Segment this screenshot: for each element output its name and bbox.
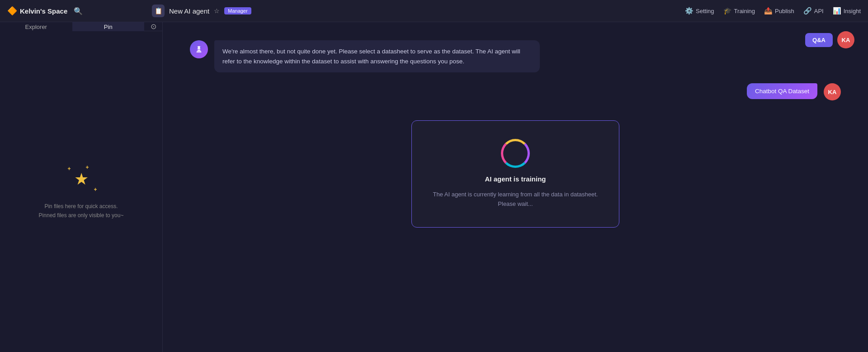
main-layout: Explorer Pin ⊙ + + ★ + Pin files here fo… bbox=[0, 22, 868, 352]
avatar[interactable]: KA bbox=[837, 31, 854, 48]
ai-avatar bbox=[190, 40, 208, 58]
brand: 🔶 Kelvin's Space 🔍 bbox=[7, 5, 152, 17]
publish-nav-item[interactable]: 📤 Publish bbox=[764, 7, 794, 15]
training-label: Training bbox=[734, 8, 755, 14]
training-title: AI agent is training bbox=[485, 175, 546, 183]
insight-nav-item[interactable]: 📊 Insight bbox=[833, 7, 861, 15]
ai-message-1: We're almost there, but not quite done y… bbox=[190, 40, 542, 72]
pin-hint: Pin files here for quick access. Pinned … bbox=[39, 202, 124, 219]
svg-point-1 bbox=[197, 47, 198, 48]
content-area: Q&A KA We're almost there, but not quite… bbox=[163, 22, 868, 352]
insight-icon: 📊 bbox=[833, 7, 841, 15]
training-icon: 🎓 bbox=[723, 7, 732, 15]
search-button[interactable]: 🔍 bbox=[70, 5, 86, 17]
agent-icon: 📋 bbox=[152, 5, 165, 17]
api-label: API bbox=[814, 8, 824, 14]
training-description: The AI agent is currently learning from … bbox=[425, 190, 605, 209]
setting-nav-item[interactable]: ⚙️ Setting bbox=[685, 7, 714, 15]
pin-star: ★ bbox=[74, 170, 89, 189]
sparkle-3: + bbox=[94, 186, 97, 193]
sidebar-tabs-row: Explorer Pin ⊙ bbox=[0, 22, 162, 31]
top-right-buttons: Q&A KA bbox=[805, 31, 854, 48]
user-message-1: Chatbot QA Dataset KA bbox=[747, 83, 841, 100]
training-nav-item[interactable]: 🎓 Training bbox=[723, 7, 755, 15]
api-nav-item[interactable]: 🔗 API bbox=[803, 7, 824, 15]
agent-name: New AI agent bbox=[169, 7, 209, 15]
brand-title: Kelvin's Space bbox=[20, 7, 67, 15]
api-icon: 🔗 bbox=[803, 7, 812, 15]
brand-icon: 🔶 bbox=[7, 6, 17, 16]
ai-bubble-1: We're almost there, but not quite done y… bbox=[214, 40, 540, 72]
sidebar-pin-content: + + ★ + Pin files here for quick access.… bbox=[0, 31, 162, 352]
publish-label: Publish bbox=[775, 8, 794, 14]
tab-pin[interactable]: Pin bbox=[72, 22, 145, 31]
manager-badge: Manager bbox=[224, 7, 251, 14]
top-nav: 🔶 Kelvin's Space 🔍 📋 New AI agent ☆ Mana… bbox=[0, 0, 868, 22]
star-icon[interactable]: ☆ bbox=[214, 7, 220, 14]
publish-icon: 📤 bbox=[764, 7, 773, 15]
training-card: AI agent is training The AI agent is cur… bbox=[411, 120, 619, 228]
pin-hint-line1: Pin files here for quick access. bbox=[44, 203, 118, 209]
setting-label: Setting bbox=[696, 8, 714, 14]
sparkle-1: + bbox=[68, 166, 71, 172]
sidebar: Explorer Pin ⊙ + + ★ + Pin files here fo… bbox=[0, 22, 163, 352]
collapse-sidebar-button[interactable]: ⊙ bbox=[144, 22, 162, 31]
nav-actions: ⚙️ Setting 🎓 Training 📤 Publish 🔗 API 📊 … bbox=[685, 7, 861, 15]
insight-label: Insight bbox=[844, 8, 861, 14]
user-avatar-2: KA bbox=[824, 83, 841, 100]
training-spinner bbox=[501, 139, 530, 168]
pin-star-container: + + ★ + bbox=[63, 163, 99, 195]
tab-explorer[interactable]: Explorer bbox=[0, 22, 72, 31]
messages-container: We're almost there, but not quite done y… bbox=[190, 36, 841, 232]
agent-title-area: 📋 New AI agent ☆ Manager bbox=[152, 5, 685, 17]
pin-hint-line2: Pinned files are only visible to you~ bbox=[39, 212, 124, 219]
user-bubble-1: Chatbot QA Dataset bbox=[747, 83, 817, 99]
qa-button[interactable]: Q&A bbox=[805, 33, 833, 47]
setting-icon: ⚙️ bbox=[685, 7, 693, 15]
svg-point-2 bbox=[200, 47, 201, 48]
training-card-wrapper: AI agent is training The AI agent is cur… bbox=[190, 116, 841, 232]
